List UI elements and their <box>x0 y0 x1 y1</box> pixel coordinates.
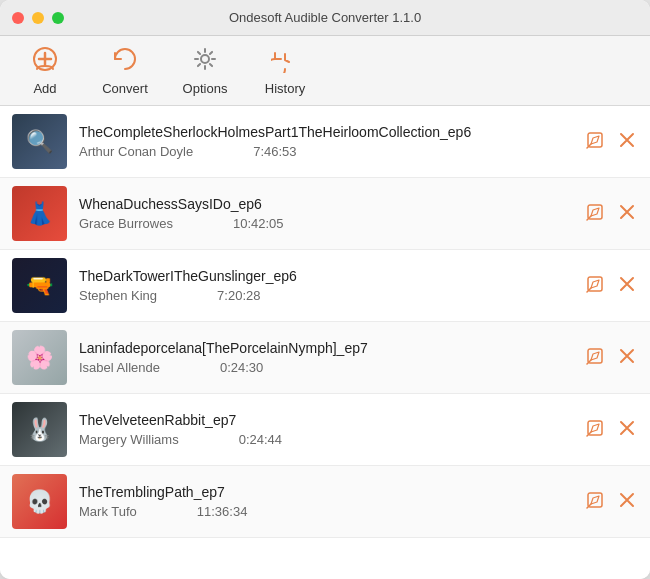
item-actions <box>584 129 638 154</box>
history-icon <box>271 45 299 77</box>
svg-point-1 <box>201 55 209 63</box>
item-title: TheTremblingPath_ep7 <box>79 484 574 500</box>
item-meta: Margery Williams 0:24:44 <box>79 432 574 447</box>
delete-button[interactable] <box>616 273 638 298</box>
options-icon <box>191 45 219 77</box>
album-art: 🔫 <box>12 258 67 313</box>
window-title: Ondesoft Audible Converter 1.1.0 <box>229 10 421 25</box>
album-art: 🌸 <box>12 330 67 385</box>
item-author: Arthur Conan Doyle <box>79 144 193 159</box>
list-item: 👗 WhenaDuchessSaysIDo_ep6 Grace Burrowes… <box>0 178 650 250</box>
item-meta: Isabel Allende 0:24:30 <box>79 360 574 375</box>
options-label: Options <box>183 81 228 96</box>
add-label: Add <box>33 81 56 96</box>
item-info: TheDarkTowerITheGunslinger_ep6 Stephen K… <box>79 268 574 303</box>
item-meta: Arthur Conan Doyle 7:46:53 <box>79 144 574 159</box>
list-item: 🐰 TheVelveteenRabbit_ep7 Margery William… <box>0 394 650 466</box>
album-art: 💀 <box>12 474 67 529</box>
item-duration: 11:36:34 <box>197 504 248 519</box>
item-author: Stephen King <box>79 288 157 303</box>
item-actions <box>584 417 638 442</box>
convert-label: Convert <box>102 81 148 96</box>
item-meta: Mark Tufo 11:36:34 <box>79 504 574 519</box>
history-label: History <box>265 81 305 96</box>
item-author: Mark Tufo <box>79 504 137 519</box>
title-bar: Ondesoft Audible Converter 1.1.0 <box>0 0 650 36</box>
window-controls <box>12 12 64 24</box>
add-icon <box>31 45 59 77</box>
item-actions <box>584 489 638 514</box>
item-actions <box>584 345 638 370</box>
edit-button[interactable] <box>584 345 606 370</box>
list-item: 💀 TheTremblingPath_ep7 Mark Tufo 11:36:3… <box>0 466 650 538</box>
item-duration: 0:24:30 <box>220 360 263 375</box>
convert-icon <box>111 45 139 77</box>
edit-button[interactable] <box>584 273 606 298</box>
album-art: 🐰 <box>12 402 67 457</box>
item-info: Laninfadeporcelana[ThePorcelainNymph]_ep… <box>79 340 574 375</box>
edit-button[interactable] <box>584 489 606 514</box>
list-item: 🌸 Laninfadeporcelana[ThePorcelainNymph]_… <box>0 322 650 394</box>
album-art: 👗 <box>12 186 67 241</box>
add-toolbar-item[interactable]: Add <box>20 45 70 96</box>
edit-button[interactable] <box>584 417 606 442</box>
delete-button[interactable] <box>616 345 638 370</box>
history-toolbar-item[interactable]: History <box>260 45 310 96</box>
item-title: WhenaDuchessSaysIDo_ep6 <box>79 196 574 212</box>
list-item: 🔍 TheCompleteSherlockHolmesPart1TheHeirl… <box>0 106 650 178</box>
app-window: Ondesoft Audible Converter 1.1.0 Add Con… <box>0 0 650 579</box>
item-info: TheVelveteenRabbit_ep7 Margery Williams … <box>79 412 574 447</box>
convert-toolbar-item[interactable]: Convert <box>100 45 150 96</box>
album-art: 🔍 <box>12 114 67 169</box>
item-actions <box>584 273 638 298</box>
item-duration: 7:46:53 <box>253 144 296 159</box>
minimize-button[interactable] <box>32 12 44 24</box>
close-button[interactable] <box>12 12 24 24</box>
maximize-button[interactable] <box>52 12 64 24</box>
item-duration: 10:42:05 <box>233 216 284 231</box>
edit-button[interactable] <box>584 201 606 226</box>
options-toolbar-item[interactable]: Options <box>180 45 230 96</box>
item-actions <box>584 201 638 226</box>
item-duration: 7:20:28 <box>217 288 260 303</box>
item-author: Margery Williams <box>79 432 179 447</box>
delete-button[interactable] <box>616 201 638 226</box>
item-author: Isabel Allende <box>79 360 160 375</box>
delete-button[interactable] <box>616 489 638 514</box>
item-title: TheVelveteenRabbit_ep7 <box>79 412 574 428</box>
toolbar: Add Convert Options <box>0 36 650 106</box>
item-title: Laninfadeporcelana[ThePorcelainNymph]_ep… <box>79 340 574 356</box>
item-meta: Grace Burrowes 10:42:05 <box>79 216 574 231</box>
item-meta: Stephen King 7:20:28 <box>79 288 574 303</box>
delete-button[interactable] <box>616 129 638 154</box>
content-list: 🔍 TheCompleteSherlockHolmesPart1TheHeirl… <box>0 106 650 579</box>
edit-button[interactable] <box>584 129 606 154</box>
item-info: TheCompleteSherlockHolmesPart1TheHeirloo… <box>79 124 574 159</box>
item-info: TheTremblingPath_ep7 Mark Tufo 11:36:34 <box>79 484 574 519</box>
item-title: TheCompleteSherlockHolmesPart1TheHeirloo… <box>79 124 574 140</box>
item-title: TheDarkTowerITheGunslinger_ep6 <box>79 268 574 284</box>
item-author: Grace Burrowes <box>79 216 173 231</box>
item-duration: 0:24:44 <box>239 432 282 447</box>
list-item: 🔫 TheDarkTowerITheGunslinger_ep6 Stephen… <box>0 250 650 322</box>
item-info: WhenaDuchessSaysIDo_ep6 Grace Burrowes 1… <box>79 196 574 231</box>
delete-button[interactable] <box>616 417 638 442</box>
